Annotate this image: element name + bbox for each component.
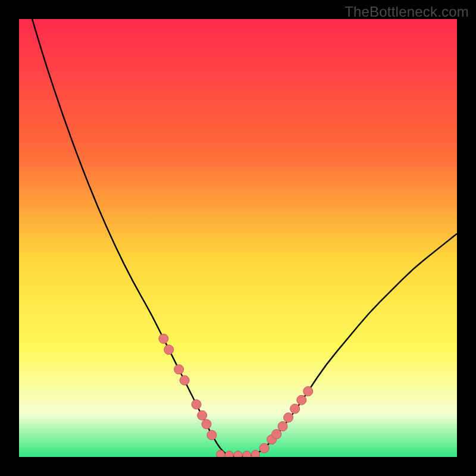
data-point-dot [159, 334, 168, 343]
chart-frame: TheBottleneck.com [0, 0, 476, 476]
data-point-dot [251, 450, 259, 457]
watermark-text: TheBottleneck.com [345, 4, 469, 20]
data-point-dot [174, 365, 184, 374]
plot-area [19, 19, 457, 457]
data-point-dot [192, 400, 201, 409]
data-point-dot [225, 451, 233, 457]
data-point-dot [272, 430, 281, 439]
data-point-dot [180, 375, 189, 385]
data-point-dot [284, 413, 293, 422]
data-point-dot [259, 443, 269, 453]
floor-dots [217, 450, 260, 457]
data-point-dot [297, 395, 306, 405]
chart-svg [19, 19, 457, 457]
data-point-dot [234, 451, 242, 457]
data-point-dot [207, 430, 217, 440]
gradient-background [19, 19, 457, 457]
data-point-dot [303, 387, 313, 396]
data-point-dot [198, 411, 207, 420]
data-point-dot [164, 345, 174, 355]
data-point-dot [243, 451, 251, 457]
data-point-dot [202, 419, 211, 429]
data-point-dot [290, 404, 300, 414]
data-point-dot [217, 450, 225, 457]
data-point-dot [278, 421, 287, 431]
